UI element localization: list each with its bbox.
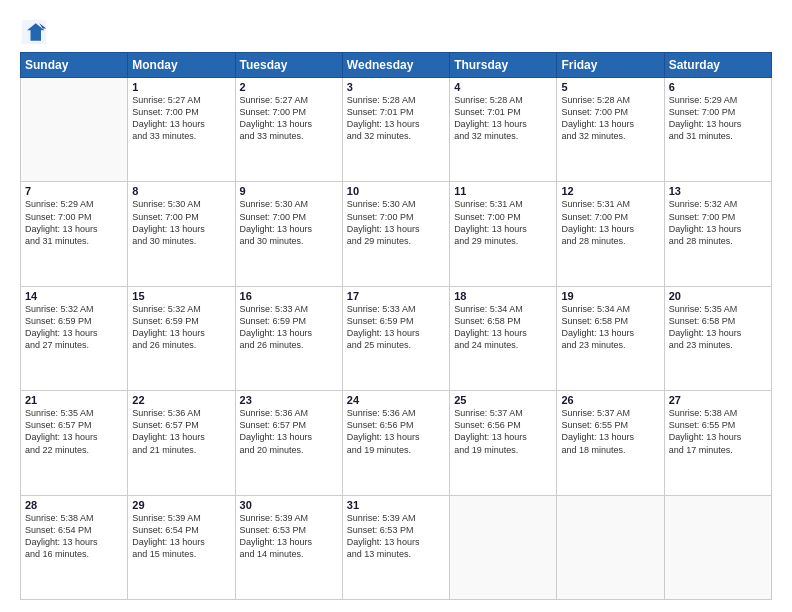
calendar-cell: 9Sunrise: 5:30 AM Sunset: 7:00 PM Daylig… xyxy=(235,182,342,286)
calendar-cell: 19Sunrise: 5:34 AM Sunset: 6:58 PM Dayli… xyxy=(557,286,664,390)
day-number: 10 xyxy=(347,185,445,197)
calendar-cell: 7Sunrise: 5:29 AM Sunset: 7:00 PM Daylig… xyxy=(21,182,128,286)
week-row-1: 1Sunrise: 5:27 AM Sunset: 7:00 PM Daylig… xyxy=(21,78,772,182)
cell-info: Sunrise: 5:34 AM Sunset: 6:58 PM Dayligh… xyxy=(561,303,659,352)
week-row-4: 21Sunrise: 5:35 AM Sunset: 6:57 PM Dayli… xyxy=(21,391,772,495)
cell-info: Sunrise: 5:34 AM Sunset: 6:58 PM Dayligh… xyxy=(454,303,552,352)
cell-info: Sunrise: 5:36 AM Sunset: 6:57 PM Dayligh… xyxy=(240,407,338,456)
col-header-tuesday: Tuesday xyxy=(235,53,342,78)
day-number: 8 xyxy=(132,185,230,197)
col-header-thursday: Thursday xyxy=(450,53,557,78)
day-number: 7 xyxy=(25,185,123,197)
day-number: 23 xyxy=(240,394,338,406)
logo xyxy=(20,18,52,46)
calendar-cell: 8Sunrise: 5:30 AM Sunset: 7:00 PM Daylig… xyxy=(128,182,235,286)
week-row-2: 7Sunrise: 5:29 AM Sunset: 7:00 PM Daylig… xyxy=(21,182,772,286)
cell-info: Sunrise: 5:27 AM Sunset: 7:00 PM Dayligh… xyxy=(132,94,230,143)
day-number: 2 xyxy=(240,81,338,93)
day-number: 9 xyxy=(240,185,338,197)
calendar-cell: 15Sunrise: 5:32 AM Sunset: 6:59 PM Dayli… xyxy=(128,286,235,390)
calendar-cell xyxy=(21,78,128,182)
day-number: 24 xyxy=(347,394,445,406)
day-number: 22 xyxy=(132,394,230,406)
day-number: 19 xyxy=(561,290,659,302)
cell-info: Sunrise: 5:30 AM Sunset: 7:00 PM Dayligh… xyxy=(132,198,230,247)
day-number: 26 xyxy=(561,394,659,406)
day-number: 27 xyxy=(669,394,767,406)
cell-info: Sunrise: 5:33 AM Sunset: 6:59 PM Dayligh… xyxy=(240,303,338,352)
col-header-saturday: Saturday xyxy=(664,53,771,78)
cell-info: Sunrise: 5:32 AM Sunset: 6:59 PM Dayligh… xyxy=(25,303,123,352)
day-number: 5 xyxy=(561,81,659,93)
day-number: 17 xyxy=(347,290,445,302)
day-number: 30 xyxy=(240,499,338,511)
cell-info: Sunrise: 5:37 AM Sunset: 6:55 PM Dayligh… xyxy=(561,407,659,456)
calendar-cell: 2Sunrise: 5:27 AM Sunset: 7:00 PM Daylig… xyxy=(235,78,342,182)
day-number: 28 xyxy=(25,499,123,511)
calendar-cell: 18Sunrise: 5:34 AM Sunset: 6:58 PM Dayli… xyxy=(450,286,557,390)
calendar-cell: 23Sunrise: 5:36 AM Sunset: 6:57 PM Dayli… xyxy=(235,391,342,495)
calendar-cell: 5Sunrise: 5:28 AM Sunset: 7:00 PM Daylig… xyxy=(557,78,664,182)
day-number: 6 xyxy=(669,81,767,93)
cell-info: Sunrise: 5:28 AM Sunset: 7:00 PM Dayligh… xyxy=(561,94,659,143)
day-number: 11 xyxy=(454,185,552,197)
day-number: 14 xyxy=(25,290,123,302)
cell-info: Sunrise: 5:29 AM Sunset: 7:00 PM Dayligh… xyxy=(25,198,123,247)
cell-info: Sunrise: 5:31 AM Sunset: 7:00 PM Dayligh… xyxy=(454,198,552,247)
col-header-monday: Monday xyxy=(128,53,235,78)
calendar-cell: 14Sunrise: 5:32 AM Sunset: 6:59 PM Dayli… xyxy=(21,286,128,390)
day-number: 29 xyxy=(132,499,230,511)
cell-info: Sunrise: 5:39 AM Sunset: 6:53 PM Dayligh… xyxy=(347,512,445,561)
calendar-cell: 1Sunrise: 5:27 AM Sunset: 7:00 PM Daylig… xyxy=(128,78,235,182)
header-row: SundayMondayTuesdayWednesdayThursdayFrid… xyxy=(21,53,772,78)
cell-info: Sunrise: 5:27 AM Sunset: 7:00 PM Dayligh… xyxy=(240,94,338,143)
calendar-cell: 10Sunrise: 5:30 AM Sunset: 7:00 PM Dayli… xyxy=(342,182,449,286)
cell-info: Sunrise: 5:39 AM Sunset: 6:53 PM Dayligh… xyxy=(240,512,338,561)
calendar-cell: 24Sunrise: 5:36 AM Sunset: 6:56 PM Dayli… xyxy=(342,391,449,495)
calendar-cell xyxy=(450,495,557,599)
day-number: 25 xyxy=(454,394,552,406)
calendar-cell: 26Sunrise: 5:37 AM Sunset: 6:55 PM Dayli… xyxy=(557,391,664,495)
calendar-cell: 27Sunrise: 5:38 AM Sunset: 6:55 PM Dayli… xyxy=(664,391,771,495)
calendar-cell: 16Sunrise: 5:33 AM Sunset: 6:59 PM Dayli… xyxy=(235,286,342,390)
day-number: 31 xyxy=(347,499,445,511)
cell-info: Sunrise: 5:38 AM Sunset: 6:55 PM Dayligh… xyxy=(669,407,767,456)
cell-info: Sunrise: 5:31 AM Sunset: 7:00 PM Dayligh… xyxy=(561,198,659,247)
header xyxy=(20,18,772,46)
cell-info: Sunrise: 5:29 AM Sunset: 7:00 PM Dayligh… xyxy=(669,94,767,143)
week-row-3: 14Sunrise: 5:32 AM Sunset: 6:59 PM Dayli… xyxy=(21,286,772,390)
col-header-wednesday: Wednesday xyxy=(342,53,449,78)
logo-icon xyxy=(20,18,48,46)
day-number: 13 xyxy=(669,185,767,197)
calendar-cell: 30Sunrise: 5:39 AM Sunset: 6:53 PM Dayli… xyxy=(235,495,342,599)
cell-info: Sunrise: 5:30 AM Sunset: 7:00 PM Dayligh… xyxy=(347,198,445,247)
calendar-cell: 17Sunrise: 5:33 AM Sunset: 6:59 PM Dayli… xyxy=(342,286,449,390)
cell-info: Sunrise: 5:28 AM Sunset: 7:01 PM Dayligh… xyxy=(347,94,445,143)
calendar-cell: 20Sunrise: 5:35 AM Sunset: 6:58 PM Dayli… xyxy=(664,286,771,390)
calendar-cell: 25Sunrise: 5:37 AM Sunset: 6:56 PM Dayli… xyxy=(450,391,557,495)
cell-info: Sunrise: 5:28 AM Sunset: 7:01 PM Dayligh… xyxy=(454,94,552,143)
calendar-cell: 22Sunrise: 5:36 AM Sunset: 6:57 PM Dayli… xyxy=(128,391,235,495)
calendar-cell xyxy=(664,495,771,599)
calendar-cell: 31Sunrise: 5:39 AM Sunset: 6:53 PM Dayli… xyxy=(342,495,449,599)
day-number: 16 xyxy=(240,290,338,302)
calendar-cell: 12Sunrise: 5:31 AM Sunset: 7:00 PM Dayli… xyxy=(557,182,664,286)
day-number: 20 xyxy=(669,290,767,302)
calendar-cell: 13Sunrise: 5:32 AM Sunset: 7:00 PM Dayli… xyxy=(664,182,771,286)
cell-info: Sunrise: 5:32 AM Sunset: 7:00 PM Dayligh… xyxy=(669,198,767,247)
cell-info: Sunrise: 5:35 AM Sunset: 6:58 PM Dayligh… xyxy=(669,303,767,352)
cell-info: Sunrise: 5:36 AM Sunset: 6:56 PM Dayligh… xyxy=(347,407,445,456)
week-row-5: 28Sunrise: 5:38 AM Sunset: 6:54 PM Dayli… xyxy=(21,495,772,599)
page: SundayMondayTuesdayWednesdayThursdayFrid… xyxy=(0,0,792,612)
cell-info: Sunrise: 5:30 AM Sunset: 7:00 PM Dayligh… xyxy=(240,198,338,247)
cell-info: Sunrise: 5:37 AM Sunset: 6:56 PM Dayligh… xyxy=(454,407,552,456)
calendar-cell: 3Sunrise: 5:28 AM Sunset: 7:01 PM Daylig… xyxy=(342,78,449,182)
day-number: 21 xyxy=(25,394,123,406)
cell-info: Sunrise: 5:35 AM Sunset: 6:57 PM Dayligh… xyxy=(25,407,123,456)
col-header-sunday: Sunday xyxy=(21,53,128,78)
calendar-cell: 11Sunrise: 5:31 AM Sunset: 7:00 PM Dayli… xyxy=(450,182,557,286)
day-number: 12 xyxy=(561,185,659,197)
calendar-table: SundayMondayTuesdayWednesdayThursdayFrid… xyxy=(20,52,772,600)
day-number: 18 xyxy=(454,290,552,302)
cell-info: Sunrise: 5:33 AM Sunset: 6:59 PM Dayligh… xyxy=(347,303,445,352)
